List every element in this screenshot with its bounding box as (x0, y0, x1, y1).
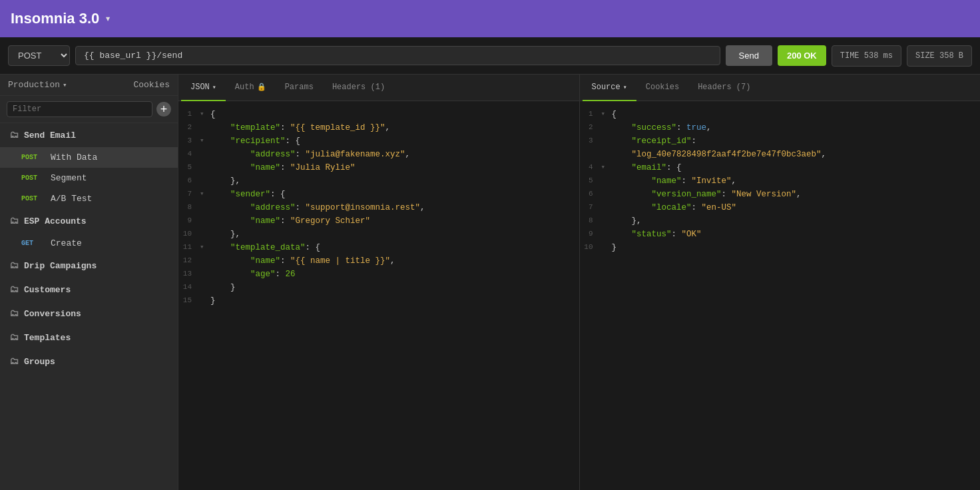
code-line: 1▾{ (580, 108, 981, 121)
tab-cookies-label: Cookies (646, 83, 679, 92)
code-line: 3▾ "recipient": { (178, 134, 579, 148)
code-line: 2 "template": "{{ template_id }}", (178, 121, 579, 134)
app-title: Insomnia 3.0 (11, 10, 99, 27)
url-input[interactable] (75, 46, 720, 65)
code-line: 15 } (178, 294, 579, 308)
code-line: 2 "success": true, (580, 121, 981, 134)
code-line: 3 "receipt_id": "log_40e7828498f2aaf4f2b… (580, 134, 981, 161)
method-badge-post: POST (21, 154, 45, 161)
folder-icon-customers: 🗂 (9, 284, 19, 295)
code-line: 1▾{ (178, 108, 579, 121)
sidebar-item-with-data[interactable]: POST With Data (0, 147, 178, 168)
tab-json-arrow: ▾ (212, 83, 216, 91)
code-line: 7 "locale": "en-US" (580, 201, 981, 214)
code-line: 4 "address": "julia@fakename.xyz", (178, 148, 579, 161)
request-panel: JSON ▾ Auth 🔒 Params Headers (1) 1▾{ 2 "… (178, 75, 580, 490)
item-label-ab-test: A/B Test (51, 194, 92, 204)
response-panel: Source ▾ Cookies Headers (7) 1▾{ 2 "succ… (580, 75, 981, 490)
response-tab-bar: Source ▾ Cookies Headers (7) (580, 75, 981, 101)
group-label-drip: Drip Campaigns (24, 261, 97, 271)
tab-source[interactable]: Source ▾ (583, 75, 636, 101)
code-line: 11▾ "template_data": { (178, 241, 579, 254)
folder-icon-templates: 🗂 (9, 332, 19, 343)
tab-response-headers-label: Headers (7) (698, 83, 750, 92)
group-label-groups: Groups (24, 357, 55, 367)
tab-source-arrow: ▾ (623, 83, 627, 91)
code-line: 7▾ "sender": { (178, 188, 579, 201)
sidebar-item-ab-test[interactable]: POST A/B Test (0, 188, 178, 209)
sidebar-group-templates[interactable]: 🗂 Templates (0, 326, 178, 350)
tab-json-label: JSON (190, 83, 210, 92)
item-label-create: Create (51, 238, 82, 248)
folder-icon: 🗂 (9, 130, 19, 140)
sidebar-group-esp-accounts[interactable]: 🗂 ESP Accounts (0, 209, 178, 233)
folder-icon-esp: 🗂 (9, 216, 19, 226)
method-badge-post-segment: POST (21, 174, 45, 182)
workspace: Production ▾ Cookies + 🗂 Send Email POST… (0, 75, 980, 490)
folder-icon-drip: 🗂 (9, 260, 19, 271)
request-bar: POST GET PUT DELETE Send 200 OK TIME 538… (0, 37, 980, 75)
add-request-button[interactable]: + (156, 102, 171, 117)
request-tab-bar: JSON ▾ Auth 🔒 Params Headers (1) (178, 75, 579, 101)
group-label: Send Email (24, 130, 76, 140)
tab-auth-label: Auth (235, 83, 254, 92)
code-line: 5 "name": "Invite", (580, 174, 981, 188)
group-label-esp: ESP Accounts (24, 216, 87, 226)
sidebar-item-segment[interactable]: POST Segment (0, 168, 178, 188)
method-select[interactable]: POST GET PUT DELETE (8, 45, 70, 66)
sidebar-group-customers[interactable]: 🗂 Customers (0, 278, 178, 302)
code-line: 6 }, (178, 174, 579, 188)
code-line: 6 "version_name": "New Version", (580, 188, 981, 201)
item-label-with-data: With Data (51, 152, 97, 162)
tab-json[interactable]: JSON ▾ (181, 75, 226, 101)
status-badge: 200 OK (778, 45, 826, 66)
group-label-conversions: Conversions (24, 309, 81, 319)
lock-icon: 🔒 (257, 83, 266, 91)
sidebar-item-create[interactable]: GET Create (0, 233, 178, 254)
code-line: 9 "name": "Gregory Schier" (178, 214, 579, 228)
code-line: 8 }, (580, 214, 981, 228)
folder-icon-conversions: 🗂 (9, 308, 19, 319)
group-label-templates: Templates (24, 333, 71, 343)
time-badge: TIME 538 ms (832, 45, 901, 67)
sidebar-group-conversions[interactable]: 🗂 Conversions (0, 302, 178, 326)
app-title-chevron[interactable]: ▾ (105, 12, 111, 25)
code-line: 5 "name": "Julia Rylie" (178, 161, 579, 174)
code-line: 9 "status": "OK" (580, 228, 981, 241)
sidebar-group-groups[interactable]: 🗂 Groups (0, 350, 178, 373)
tab-cookies-response[interactable]: Cookies (636, 75, 688, 101)
folder-icon-groups: 🗂 (9, 356, 19, 367)
code-line: 10 } (580, 241, 981, 254)
code-line: 4▾ "email": { (580, 161, 981, 174)
method-badge-get: GET (21, 240, 45, 247)
tab-headers[interactable]: Headers (1) (323, 75, 394, 101)
tab-source-label: Source (592, 83, 620, 92)
tab-response-headers[interactable]: Headers (7) (688, 75, 760, 101)
response-code-editor: 1▾{ 2 "success": true, 3 "receipt_id": "… (580, 101, 981, 490)
tab-params[interactable]: Params (276, 75, 323, 101)
size-badge: SIZE 358 B (907, 45, 972, 67)
tab-params-label: Params (285, 83, 314, 92)
request-code-editor[interactable]: 1▾{ 2 "template": "{{ template_id }}", 3… (178, 101, 579, 490)
code-line: 10 }, (178, 228, 579, 241)
code-line: 8 "address": "support@insomnia.rest", (178, 201, 579, 214)
code-line: 12 "name": "{{ name | title }}", (178, 254, 579, 268)
sidebar-group-send-email[interactable]: 🗂 Send Email (0, 123, 178, 147)
cookies-button[interactable]: Cookies (133, 80, 170, 90)
tab-auth[interactable]: Auth 🔒 (226, 75, 276, 101)
sidebar: Production ▾ Cookies + 🗂 Send Email POST… (0, 75, 178, 490)
item-label-segment: Segment (51, 173, 87, 183)
filter-input[interactable] (7, 101, 152, 117)
tab-headers-label: Headers (1) (332, 83, 385, 92)
code-line: 14 } (178, 281, 579, 294)
send-button[interactable]: Send (726, 45, 772, 66)
method-badge-post-ab: POST (21, 195, 45, 202)
code-line: 13 "age": 26 (178, 268, 579, 281)
env-label: Production (8, 80, 60, 90)
group-label-customers: Customers (24, 285, 71, 295)
app-header: Insomnia 3.0 ▾ (0, 0, 980, 37)
env-selector[interactable]: Production ▾ (8, 80, 67, 90)
sidebar-group-drip[interactable]: 🗂 Drip Campaigns (0, 254, 178, 278)
env-chevron: ▾ (63, 81, 67, 89)
